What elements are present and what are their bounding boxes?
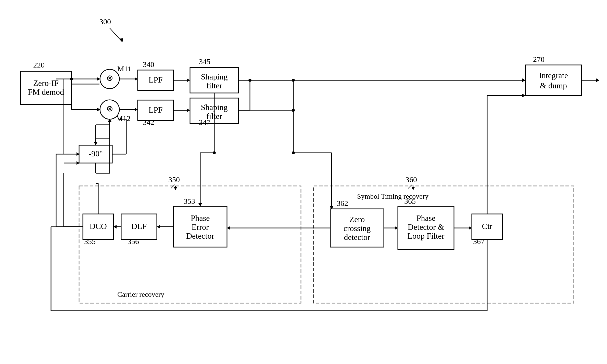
svg-text:Phase: Phase	[416, 213, 436, 223]
svg-text:detector: detector	[344, 233, 370, 242]
svg-point-87	[213, 151, 216, 154]
ref-300: 300	[99, 17, 111, 26]
svg-text:FM demod: FM demod	[28, 87, 64, 97]
svg-text:crossing: crossing	[344, 224, 371, 233]
svg-text:Detector: Detector	[186, 231, 214, 240]
ref-355: 355	[84, 237, 96, 246]
svg-marker-38	[135, 77, 138, 81]
svg-text:DCO: DCO	[90, 222, 107, 231]
svg-marker-89	[227, 226, 230, 230]
svg-text:DLF: DLF	[131, 222, 147, 231]
zero-if-label: Zero-IF	[33, 78, 59, 88]
svg-marker-14	[596, 78, 599, 82]
ref-220: 220	[33, 61, 45, 69]
symbol-timing-label: Symbol Timing recovery	[357, 192, 428, 200]
svg-marker-44	[187, 109, 190, 112]
ref-353: 353	[184, 197, 195, 205]
svg-marker-42	[187, 78, 190, 82]
svg-marker-113	[412, 187, 415, 190]
ref-350: 350	[168, 175, 180, 184]
ref-367: 367	[473, 237, 485, 246]
ref-345: 345	[199, 57, 210, 66]
svg-marker-40	[135, 108, 138, 111]
svg-text:⊗: ⊗	[106, 73, 113, 83]
svg-marker-79	[113, 225, 117, 228]
svg-marker-111	[174, 187, 177, 190]
svg-text:Ctr: Ctr	[482, 222, 492, 231]
ref-356: 356	[128, 237, 139, 246]
svg-text:Zero: Zero	[349, 215, 365, 224]
ref-270: 270	[533, 55, 545, 63]
svg-text:LPF: LPF	[148, 75, 162, 84]
svg-text:Error: Error	[192, 222, 209, 232]
carrier-recovery-label: Carrier recovery	[117, 290, 164, 298]
integrate-block	[525, 65, 581, 96]
svg-point-49	[248, 79, 251, 82]
svg-text:Phase: Phase	[191, 213, 210, 223]
svg-text:Loop Filter: Loop Filter	[408, 231, 445, 240]
svg-text:Shaping: Shaping	[201, 72, 228, 81]
svg-point-105	[292, 79, 295, 82]
svg-text:LPF: LPF	[148, 105, 162, 114]
svg-text:-90°: -90°	[88, 149, 103, 158]
ref-m12: M12	[116, 114, 131, 123]
svg-marker-46	[522, 78, 525, 82]
ref-360: 360	[406, 175, 417, 184]
svg-point-77	[70, 77, 73, 80]
svg-text:filter: filter	[206, 81, 222, 90]
svg-line-17	[408, 185, 412, 188]
svg-marker-1	[119, 38, 123, 42]
svg-marker-93	[469, 226, 472, 230]
ref-365: 365	[404, 197, 416, 205]
svg-marker-81	[157, 225, 160, 228]
diagram-container: 300 Zero-IF FM demod 220 ⊗ M11 ⊗ M12 LPF…	[0, 0, 607, 364]
svg-marker-85	[198, 203, 202, 206]
svg-text:& dump: & dump	[540, 81, 567, 90]
svg-text:⊗: ⊗	[106, 104, 113, 113]
svg-point-108	[292, 151, 295, 154]
ref-342: 342	[143, 118, 154, 126]
svg-text:Detector &: Detector &	[408, 222, 444, 232]
svg-marker-96	[522, 94, 525, 97]
ref-347: 347	[199, 118, 210, 126]
ref-340: 340	[143, 60, 154, 69]
svg-line-16	[171, 185, 175, 188]
ref-362: 362	[337, 199, 348, 207]
ref-m11: M11	[117, 64, 132, 73]
svg-marker-91	[395, 226, 398, 230]
svg-text:Integrate: Integrate	[539, 71, 568, 80]
